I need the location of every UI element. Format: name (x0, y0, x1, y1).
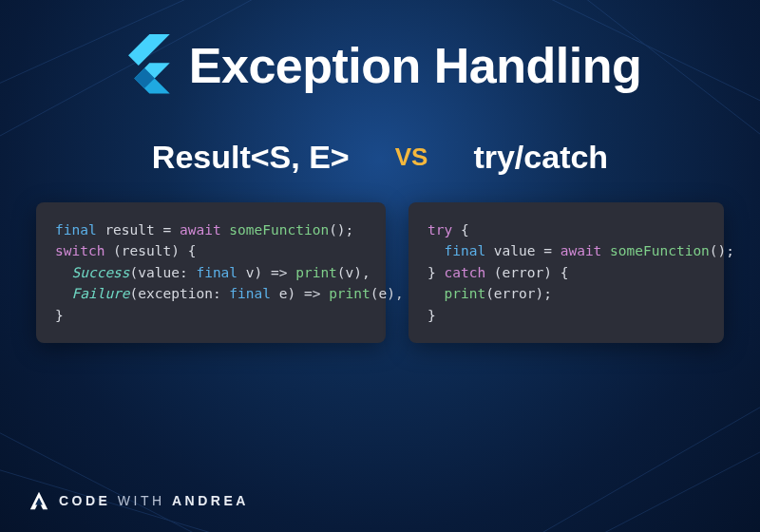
heading-right: try/catch (473, 139, 608, 176)
code-token: result (97, 222, 163, 238)
code-token: } (428, 308, 436, 323)
code-token: someFunction (610, 243, 710, 258)
flutter-logo-icon (119, 34, 170, 97)
code-token: catch (444, 265, 485, 280)
code-token (552, 243, 560, 258)
code-token: (); (329, 222, 353, 238)
code-token: final (55, 222, 97, 238)
code-token: { (452, 222, 468, 238)
code-token: (result) { (104, 243, 196, 258)
code-token: v) (238, 265, 271, 280)
code-token: (value: (130, 265, 197, 280)
code-token: => (304, 286, 320, 301)
code-token (287, 265, 295, 280)
code-token: } (55, 308, 64, 323)
code-token (55, 265, 71, 280)
compare-headings: Result<S, E> VS try/catch (38, 139, 722, 176)
code-token: (v), (337, 265, 370, 280)
code-token (428, 286, 444, 301)
code-token: (exception: (130, 286, 230, 301)
code-token: final (229, 286, 271, 301)
code-block-trycatch: try { final value = await someFunction()… (408, 202, 724, 343)
code-token: (error) { (485, 265, 568, 280)
code-token: Failure (71, 286, 129, 301)
code-token: (e), (370, 286, 404, 301)
page-title: Exception Handling (189, 37, 641, 94)
code-token: Success (71, 265, 129, 280)
code-token: => (271, 265, 287, 280)
code-token: (); (710, 243, 734, 258)
code-token (601, 243, 610, 258)
code-token (55, 286, 71, 301)
code-token: = (543, 243, 552, 258)
slide-content: Exception Handling Result<S, E> VS try/c… (0, 0, 760, 532)
code-row: final result = await someFunction(); swi… (38, 202, 722, 343)
code-token: final (444, 243, 485, 258)
title-row: Exception Handling (38, 34, 722, 97)
code-token: value (485, 243, 543, 258)
code-block-result: final result = await someFunction(); swi… (36, 202, 386, 343)
vs-label: VS (395, 142, 428, 172)
code-token: print (329, 286, 370, 301)
heading-left: Result<S, E> (152, 139, 350, 176)
code-token: } (428, 265, 444, 280)
code-token: try (428, 222, 452, 238)
code-token: final (196, 265, 238, 280)
code-token (171, 222, 180, 238)
code-token: await (560, 243, 602, 258)
code-token: print (444, 286, 485, 301)
code-token: print (295, 265, 337, 280)
code-token: someFunction (229, 222, 329, 238)
code-token (428, 243, 444, 258)
code-token (320, 286, 329, 301)
code-token: switch (55, 243, 104, 258)
code-token: = (163, 222, 172, 238)
code-token: e) (271, 286, 304, 301)
code-token: await (180, 222, 221, 238)
code-token: (error); (485, 286, 552, 301)
